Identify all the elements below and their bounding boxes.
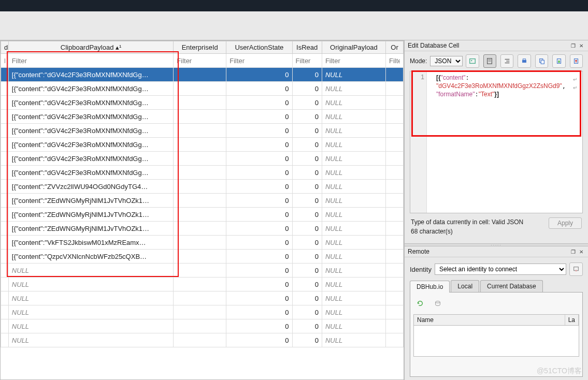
table-cell[interactable] bbox=[1, 208, 9, 222]
table-cell[interactable] bbox=[1, 222, 9, 236]
table-cell[interactable] bbox=[1, 124, 9, 138]
table-cell[interactable] bbox=[386, 236, 404, 250]
filter-input-ClipboardPayload[interactable] bbox=[9, 55, 173, 67]
table-cell[interactable] bbox=[1, 166, 9, 180]
table-cell[interactable] bbox=[174, 250, 226, 264]
table-cell[interactable]: 0 bbox=[292, 110, 322, 124]
table-cell[interactable] bbox=[174, 319, 226, 333]
table-cell[interactable] bbox=[174, 138, 226, 152]
table-cell[interactable]: [{"content":"ZVVzc2lIWU94OGd0NGdyTG4… bbox=[8, 180, 173, 194]
table-cell[interactable]: [{"content":"dGV4c2F3e3RoMXNfMXNfdGg… bbox=[8, 82, 173, 96]
table-cell[interactable]: NULL bbox=[322, 82, 385, 96]
table-cell[interactable] bbox=[386, 264, 404, 277]
tab-current-database[interactable]: Current Database bbox=[480, 280, 543, 292]
column-header-OriginalPayload[interactable]: OriginalPayload bbox=[322, 41, 385, 54]
table-row[interactable]: [{"content":"dGV4c2F3e3RoMXNfMXNfdGg…00N… bbox=[1, 166, 404, 180]
table-cell[interactable]: NULL bbox=[322, 96, 385, 110]
table-cell[interactable] bbox=[386, 333, 404, 347]
table-cell[interactable]: NULL bbox=[322, 264, 385, 277]
table-cell[interactable]: 0 bbox=[292, 82, 322, 96]
table-row[interactable]: [{"content":"dGV4c2F3e3RoMXNfMXNfdGg…00N… bbox=[1, 110, 404, 124]
table-row[interactable]: [{"content":"dGV4c2F3e3RoMXNfMXNfdGg…00N… bbox=[1, 138, 404, 152]
table-cell[interactable] bbox=[174, 208, 226, 222]
tab-local[interactable]: Local bbox=[451, 280, 479, 292]
table-cell[interactable] bbox=[1, 277, 9, 291]
table-cell[interactable] bbox=[1, 319, 9, 333]
table-row[interactable]: NULL00NULL bbox=[1, 264, 404, 277]
table-cell[interactable]: 0 bbox=[226, 236, 292, 250]
column-header-IsRead[interactable]: IsRead bbox=[292, 41, 322, 54]
table-cell[interactable]: 0 bbox=[292, 333, 322, 347]
mode-select[interactable]: JSON bbox=[430, 56, 463, 66]
table-cell[interactable] bbox=[174, 180, 226, 194]
table-cell[interactable] bbox=[386, 110, 404, 124]
table-cell[interactable] bbox=[174, 194, 226, 208]
table-cell[interactable] bbox=[1, 264, 9, 277]
copy-icon[interactable] bbox=[535, 54, 548, 68]
table-cell[interactable]: [{"content":"dGV4c2F3e3RoMXNfMXNfdGg… bbox=[8, 152, 173, 166]
table-cell[interactable]: [{"content":"dGV4c2F3e3RoMXNfMXNfdGg… bbox=[8, 124, 173, 138]
filter-input-OriginalPayload[interactable] bbox=[322, 55, 385, 67]
table-cell[interactable]: [{"content":"QzpcVXNlcnNcbWFzb25cQXB… bbox=[8, 250, 173, 264]
table-row[interactable]: [{"content":"QzpcVXNlcnNcbWFzb25cQXB…00N… bbox=[1, 250, 404, 264]
table-row[interactable]: [{"content":"ZEdWNGMyRjNlM1JvTVhOZk1…00N… bbox=[1, 222, 404, 236]
table-cell[interactable] bbox=[386, 222, 404, 236]
table-cell[interactable]: 0 bbox=[292, 96, 322, 110]
column-header-d[interactable]: d bbox=[1, 41, 9, 54]
table-cell[interactable]: NULL bbox=[322, 277, 385, 291]
view-image-icon[interactable] bbox=[466, 54, 479, 68]
table-cell[interactable] bbox=[174, 222, 226, 236]
table-cell[interactable]: NULL bbox=[8, 319, 173, 333]
table-cell[interactable] bbox=[386, 305, 404, 319]
table-cell[interactable] bbox=[174, 305, 226, 319]
table-cell[interactable]: 0 bbox=[226, 333, 292, 347]
close-icon[interactable]: ✕ bbox=[578, 42, 585, 49]
table-cell[interactable] bbox=[386, 68, 404, 82]
table-cell[interactable]: 0 bbox=[226, 264, 292, 277]
table-cell[interactable]: 0 bbox=[292, 208, 322, 222]
table-cell[interactable]: 0 bbox=[226, 68, 292, 82]
filter-input-d[interactable] bbox=[1, 55, 8, 67]
export-icon[interactable] bbox=[570, 54, 583, 68]
table-cell[interactable]: 0 bbox=[292, 222, 322, 236]
table-cell[interactable] bbox=[386, 180, 404, 194]
table-cell[interactable]: [{"content":"ZEdWNGMyRjNlM1JvTVhOZk1… bbox=[8, 222, 173, 236]
table-cell[interactable] bbox=[386, 152, 404, 166]
table-cell[interactable]: 0 bbox=[292, 236, 322, 250]
table-cell[interactable] bbox=[1, 291, 9, 305]
table-cell[interactable] bbox=[174, 110, 226, 124]
table-cell[interactable]: [{"content":"dGV4c2F3e3RoMXNfMXNfdGg… bbox=[8, 68, 173, 82]
view-text-icon[interactable] bbox=[483, 54, 496, 68]
table-cell[interactable]: [{"content":"ZEdWNGMyRjNlM1JvTVhOZk1… bbox=[8, 194, 173, 208]
table-cell[interactable]: NULL bbox=[8, 264, 173, 277]
table-cell[interactable]: NULL bbox=[322, 236, 385, 250]
table-cell[interactable]: 0 bbox=[226, 305, 292, 319]
table-cell[interactable]: NULL bbox=[322, 208, 385, 222]
table-cell[interactable] bbox=[174, 333, 226, 347]
column-header-Or[interactable]: Or bbox=[386, 41, 404, 54]
table-cell[interactable] bbox=[1, 305, 9, 319]
table-cell[interactable] bbox=[1, 68, 9, 82]
table-cell[interactable]: 0 bbox=[226, 138, 292, 152]
table-cell[interactable] bbox=[386, 138, 404, 152]
table-cell[interactable]: 0 bbox=[292, 305, 322, 319]
table-cell[interactable]: 0 bbox=[226, 319, 292, 333]
table-row[interactable]: [{"content":"VkFTS2JkbiswM01xMzREamx…00N… bbox=[1, 236, 404, 250]
table-cell[interactable] bbox=[174, 264, 226, 277]
table-cell[interactable]: NULL bbox=[8, 333, 173, 347]
table-cell[interactable] bbox=[174, 166, 226, 180]
window-detach-icon[interactable]: ❐ bbox=[569, 248, 577, 255]
table-cell[interactable]: 0 bbox=[226, 152, 292, 166]
table-cell[interactable]: NULL bbox=[322, 319, 385, 333]
table-cell[interactable]: 0 bbox=[226, 82, 292, 96]
table-cell[interactable] bbox=[386, 96, 404, 110]
table-cell[interactable]: NULL bbox=[322, 180, 385, 194]
table-cell[interactable]: NULL bbox=[322, 152, 385, 166]
table-cell[interactable] bbox=[174, 124, 226, 138]
table-cell[interactable]: NULL bbox=[322, 250, 385, 264]
column-name[interactable]: Name bbox=[414, 315, 565, 325]
table-row[interactable]: [{"content":"dGV4c2F3e3RoMXNfMXNfdGg…00N… bbox=[1, 96, 404, 110]
table-cell[interactable]: 0 bbox=[292, 291, 322, 305]
table-row[interactable]: [{"content":"ZVVzc2lIWU94OGd0NGdyTG4…00N… bbox=[1, 180, 404, 194]
table-cell[interactable]: 0 bbox=[226, 166, 292, 180]
